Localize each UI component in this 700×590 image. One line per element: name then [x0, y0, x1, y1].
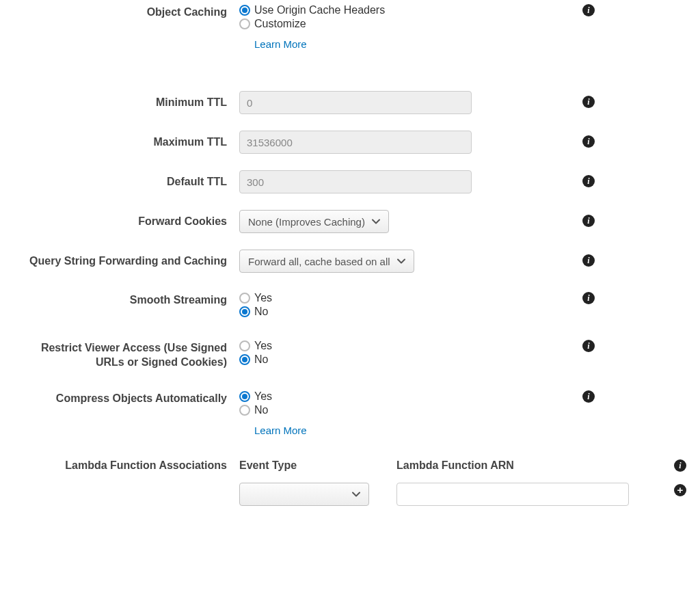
info-icon[interactable]: i: [674, 459, 686, 472]
plus-icon[interactable]: +: [674, 484, 686, 496]
label-forward-cookies: Forward Cookies: [14, 210, 239, 229]
radio-label: No: [254, 404, 268, 416]
radio-smooth-yes[interactable]: Yes: [239, 292, 567, 304]
info-icon[interactable]: i: [582, 215, 595, 227]
label-query-string: Query String Forwarding and Caching: [14, 250, 239, 269]
radio-label: No: [254, 306, 268, 318]
label-lambda: Lambda Function Associations: [14, 459, 239, 472]
input-maximum-ttl[interactable]: [239, 131, 472, 154]
label-restrict-viewer: Restrict Viewer Access (Use Signed URLs …: [14, 340, 239, 370]
input-minimum-ttl[interactable]: [239, 91, 472, 114]
learn-more-link[interactable]: Learn More: [254, 38, 307, 50]
header-arn: Lambda Function ARN: [396, 459, 647, 472]
radio-icon[interactable]: [239, 405, 250, 416]
info-icon[interactable]: i: [582, 175, 595, 187]
info-icon[interactable]: i: [582, 390, 595, 403]
info-icon[interactable]: i: [582, 96, 595, 108]
row-maximum-ttl: Maximum TTL i: [14, 131, 686, 154]
radio-label: Yes: [254, 390, 272, 403]
label-smooth-streaming: Smooth Streaming: [14, 292, 239, 308]
row-query-string: Query String Forwarding and Caching Forw…: [14, 250, 686, 273]
label-maximum-ttl: Maximum TTL: [14, 131, 239, 150]
row-object-caching: Object Caching Use Origin Cache Headers …: [14, 4, 686, 50]
radio-icon[interactable]: [239, 5, 250, 16]
radio-compress-yes[interactable]: Yes: [239, 390, 567, 403]
lambda-arn-col: Lambda Function ARN: [396, 459, 647, 506]
radio-smooth-no[interactable]: No: [239, 306, 567, 318]
radio-icon[interactable]: [239, 340, 250, 351]
radio-icon[interactable]: [239, 354, 250, 365]
info-icon[interactable]: i: [582, 135, 595, 148]
info-icon[interactable]: i: [582, 254, 595, 267]
info-icon[interactable]: i: [582, 4, 595, 16]
radio-icon[interactable]: [239, 391, 250, 402]
label-default-ttl: Default TTL: [14, 170, 239, 189]
input-default-ttl[interactable]: [239, 170, 472, 193]
dropdown-forward-cookies[interactable]: None (Improves Caching): [239, 210, 389, 233]
radio-use-origin-cache-headers[interactable]: Use Origin Cache Headers: [239, 4, 567, 16]
radio-label: No: [254, 353, 268, 366]
label-object-caching: Object Caching: [14, 4, 239, 20]
header-event-type: Event Type: [239, 459, 369, 472]
dropdown-event-type[interactable]: [239, 483, 369, 506]
label-compress: Compress Objects Automatically: [14, 390, 239, 406]
dropdown-query-string[interactable]: Forward all, cache based on all: [239, 250, 414, 273]
radio-icon[interactable]: [239, 293, 250, 304]
radio-label: Customize: [254, 18, 306, 30]
dropdown-value: Forward all, cache based on all: [248, 256, 390, 267]
row-minimum-ttl: Minimum TTL i: [14, 91, 686, 114]
input-lambda-arn[interactable]: [396, 483, 629, 506]
learn-more-link[interactable]: Learn More: [254, 425, 307, 436]
row-smooth-streaming: Smooth Streaming Yes No i: [14, 292, 686, 319]
radio-customize[interactable]: Customize: [239, 18, 567, 30]
radio-label: Use Origin Cache Headers: [254, 4, 385, 16]
radio-restrict-yes[interactable]: Yes: [239, 340, 567, 352]
row-default-ttl: Default TTL i: [14, 170, 686, 193]
info-icon[interactable]: i: [582, 340, 595, 352]
lambda-event-type-col: Event Type: [239, 459, 369, 506]
radio-icon[interactable]: [239, 306, 250, 317]
label-minimum-ttl: Minimum TTL: [14, 91, 239, 110]
chevron-down-icon: [352, 492, 360, 497]
chevron-down-icon: [372, 219, 380, 224]
radio-icon[interactable]: [239, 18, 250, 29]
radio-restrict-no[interactable]: No: [239, 353, 567, 366]
dropdown-value: None (Improves Caching): [248, 216, 365, 228]
radio-compress-no[interactable]: No: [239, 404, 567, 416]
row-lambda: Lambda Function Associations Event Type …: [14, 459, 686, 506]
row-compress: Compress Objects Automatically Yes No Le…: [14, 390, 686, 436]
chevron-down-icon: [397, 258, 405, 264]
radio-label: Yes: [254, 340, 272, 352]
row-forward-cookies: Forward Cookies None (Improves Caching) …: [14, 210, 686, 233]
info-icon[interactable]: i: [582, 292, 595, 304]
radio-label: Yes: [254, 292, 272, 304]
row-restrict-viewer: Restrict Viewer Access (Use Signed URLs …: [14, 340, 686, 370]
